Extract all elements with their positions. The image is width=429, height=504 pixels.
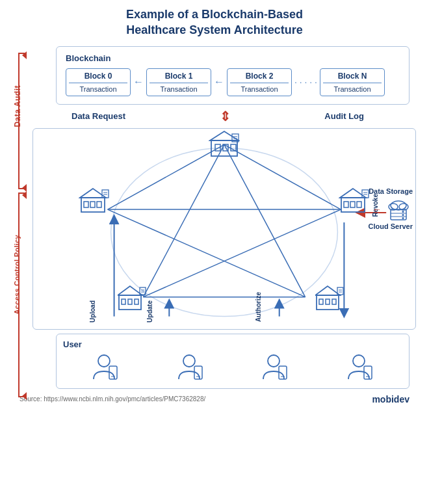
node-bottom-left <box>118 285 146 311</box>
block-0: Block 0 Transaction <box>66 68 131 96</box>
block-1: Block 1 Transaction <box>146 68 211 96</box>
svg-rect-50 <box>332 299 336 304</box>
user-3 <box>262 353 288 383</box>
svg-rect-33 <box>350 202 355 207</box>
svg-rect-24 <box>84 202 88 207</box>
svg-rect-48 <box>319 299 323 304</box>
node-top-left <box>79 186 110 215</box>
user-icon-2 <box>177 353 203 383</box>
page-title: Example of a Blockchain-Based Healthcare… <box>13 7 416 38</box>
upload-label: Upload <box>89 300 96 323</box>
arrow-left-1: ← <box>214 76 224 88</box>
blocks-row: Block 0 Transaction ← Block 1 Transactio… <box>66 68 400 96</box>
network-diagram: Upload Update Authorize Revoke Data Stor… <box>32 128 416 330</box>
block-2: Block 2 Transaction <box>227 68 292 96</box>
svg-rect-26 <box>97 202 101 207</box>
data-storage-label: Data Storage <box>369 187 413 195</box>
institution-icon-top <box>209 129 240 157</box>
user-1 <box>92 353 118 383</box>
institution-icon-bottom-left <box>118 285 146 311</box>
svg-point-59 <box>402 217 404 219</box>
user-2 <box>177 353 203 383</box>
dots: · · · · · <box>294 77 317 87</box>
svg-point-69 <box>268 355 280 367</box>
svg-rect-18 <box>231 144 236 151</box>
svg-rect-27 <box>102 190 109 198</box>
authorize-label: Authorize <box>255 292 262 322</box>
svg-point-63 <box>98 355 110 367</box>
cloud-server-label: Cloud Server <box>369 222 413 230</box>
source-text: Source: https://www.ncbi.nlm.nih.gov/pmc… <box>20 395 205 403</box>
network-svg <box>33 129 415 329</box>
svg-rect-32 <box>344 202 348 207</box>
svg-marker-47 <box>315 286 340 295</box>
brand-logo: mobidev <box>372 394 410 405</box>
svg-line-3 <box>108 209 306 297</box>
svg-point-60 <box>391 201 406 210</box>
user-icon-4 <box>347 353 373 383</box>
data-request-audit-row: Data Request ⇕ Audit Log <box>32 109 416 124</box>
node-top <box>209 129 240 157</box>
svg-rect-38 <box>119 295 141 310</box>
node-top-right <box>339 186 370 215</box>
access-control-label: Access Control Policy <box>13 235 21 314</box>
svg-marker-15 <box>210 131 239 140</box>
svg-line-4 <box>143 209 341 297</box>
svg-rect-35 <box>362 190 369 198</box>
svg-rect-17 <box>223 144 228 151</box>
svg-rect-40 <box>122 299 125 304</box>
svg-rect-41 <box>128 299 132 304</box>
data-request-label: Data Request <box>72 111 125 121</box>
svg-rect-46 <box>317 295 339 310</box>
institution-icon-top-left <box>79 186 110 215</box>
data-storage-area: Data Storage ← <box>369 187 413 230</box>
svg-point-57 <box>402 211 404 213</box>
institution-icon-top-right <box>339 186 370 215</box>
update-label: Update <box>146 300 153 323</box>
node-bottom-right <box>315 285 344 311</box>
user-4 <box>347 353 373 383</box>
svg-rect-25 <box>90 202 95 207</box>
blockchain-section: Blockchain Block 0 Transaction ← Block 1… <box>56 46 410 105</box>
data-audit-label: Data Audit <box>13 85 22 127</box>
svg-rect-34 <box>357 202 361 207</box>
svg-rect-42 <box>135 299 138 304</box>
svg-rect-16 <box>215 144 220 151</box>
svg-point-66 <box>183 355 195 367</box>
svg-point-58 <box>402 214 404 216</box>
block-n: Block N Transaction <box>320 68 385 96</box>
svg-rect-49 <box>326 299 330 304</box>
blockchain-label: Blockchain <box>66 53 400 63</box>
updown-arrow: ⇕ <box>220 109 231 124</box>
footer: Source: https://www.ncbi.nlm.nih.gov/pmc… <box>13 394 416 405</box>
users-label: User <box>63 339 402 349</box>
institution-icon-bottom-right <box>315 285 344 311</box>
arrow-left-0: ← <box>133 76 144 88</box>
cloud-server-icon <box>384 198 413 221</box>
users-section: User <box>56 334 410 389</box>
svg-marker-39 <box>118 286 142 295</box>
users-row <box>63 353 402 383</box>
user-icon-3 <box>262 353 288 383</box>
svg-point-72 <box>353 355 365 367</box>
audit-log-label: Audit Log <box>324 111 364 121</box>
user-icon-1 <box>92 353 118 383</box>
